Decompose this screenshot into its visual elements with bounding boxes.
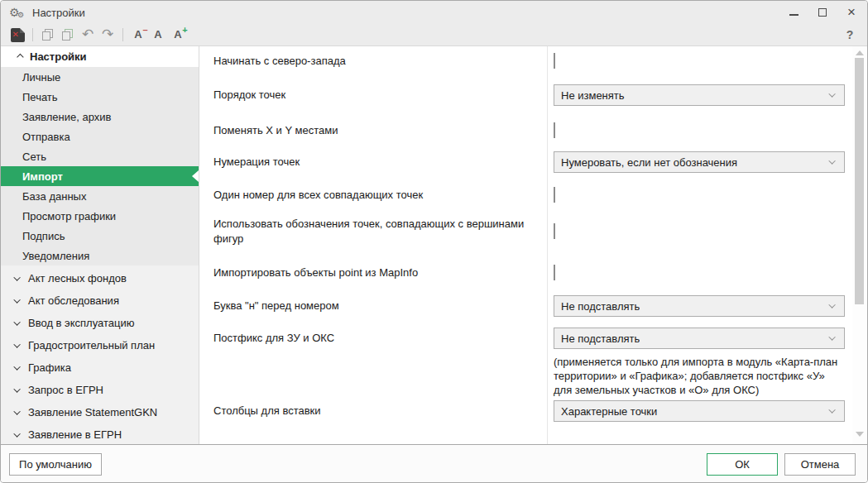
setting-control: Нумеровать, если нет обозначения: [554, 151, 845, 173]
minimize-icon: [789, 14, 798, 16]
sidebar-item[interactable]: Печать: [1, 87, 199, 107]
setting-control: Не изменять: [554, 84, 845, 106]
sidebar-root-settings[interactable]: Настройки: [1, 46, 199, 67]
toolbar: ✕ ↶ ↷ A– A A+ ?: [1, 24, 867, 46]
dropdown[interactable]: Нумеровать, если нет обозначения: [554, 151, 845, 173]
checkbox[interactable]: [554, 223, 555, 239]
close-icon: ×: [847, 7, 856, 18]
chevron-down-icon: [828, 301, 835, 308]
setting-row: Постфикс для ЗУ и ОКСНе подставлять(прим…: [199, 328, 845, 397]
sidebar-root-label: Настройки: [30, 50, 87, 63]
toolbar-separator: [32, 28, 33, 41]
setting-control: [554, 224, 845, 239]
redo-icon: ↷: [102, 26, 113, 43]
sidebar-group[interactable]: Ввод в эксплуатацию: [1, 312, 199, 334]
sidebar-item[interactable]: Уведомления: [1, 246, 199, 265]
setting-control: Не подставлять(применяется только для им…: [554, 328, 845, 397]
checkbox[interactable]: [554, 122, 555, 138]
paste-icon: [62, 29, 74, 41]
font-increase-icon: A+: [174, 29, 181, 41]
sidebar-item[interactable]: Отправка: [1, 127, 199, 146]
chevron-down-icon: [13, 296, 20, 303]
redo-button[interactable]: ↷: [98, 26, 117, 44]
sidebar-item[interactable]: Личные: [1, 67, 199, 87]
sidebar-item[interactable]: Импорт: [1, 166, 199, 186]
settings-window: ⚙⚙ Настройки × ✕ ↶ ↷ A– A: [0, 0, 868, 483]
undo-icon: ↶: [82, 26, 94, 43]
dropdown[interactable]: Не изменять: [554, 84, 845, 106]
setting-row: Нумерация точекНумеровать, если нет обоз…: [199, 151, 845, 173]
paste-button[interactable]: [58, 26, 78, 44]
sidebar-subitems: ЛичныеПечатьЗаявление, архивОтправкаСеть…: [1, 67, 199, 265]
setting-row: Один номер для всех совпадающих точек: [199, 188, 845, 203]
settings-panel: Начинать с северо-западаПорядок точекНе …: [199, 46, 867, 444]
chevron-down-icon: [828, 157, 835, 164]
dropdown[interactable]: Не подставлять: [554, 295, 845, 317]
setting-row: Использовать обозначения точек, совпадаю…: [199, 217, 845, 246]
toolbar-separator: [122, 28, 123, 41]
sidebar-group-label: Ввод в эксплуатацию: [28, 317, 134, 329]
font-increase-button[interactable]: A+: [168, 26, 188, 44]
import-file-button[interactable]: ✕: [7, 26, 27, 44]
maximize-button[interactable]: [817, 7, 828, 18]
sidebar-item[interactable]: Просмотр графики: [1, 206, 199, 226]
dropdown-value: Не подставлять: [561, 300, 640, 313]
sidebar-group[interactable]: Заявление StatementGKN: [1, 401, 199, 423]
setting-control: Характерные точки: [554, 400, 845, 422]
setting-row: Буква "н" перед номеромНе подставлять: [199, 295, 845, 317]
sidebar-item[interactable]: Подпись: [1, 226, 199, 246]
sidebar-item[interactable]: Сеть: [1, 146, 199, 166]
ok-button[interactable]: ОК: [707, 453, 778, 476]
dropdown-value: Характерные точки: [561, 405, 657, 418]
chevron-down-icon: [13, 274, 20, 280]
close-button[interactable]: ×: [846, 7, 857, 18]
checkbox[interactable]: [554, 187, 555, 203]
sidebar-item[interactable]: Заявление, архив: [1, 107, 199, 127]
sidebar-item[interactable]: База данных: [1, 186, 199, 206]
dropdown[interactable]: Характерные точки: [554, 400, 845, 422]
sidebar: Настройки ЛичныеПечатьЗаявление, архивОт…: [1, 46, 199, 444]
sidebar-group-label: Запрос в ЕГРН: [28, 384, 103, 396]
checkbox[interactable]: [554, 53, 555, 69]
default-button[interactable]: По умолчанию: [9, 453, 102, 476]
sidebar-group-label: Графика: [28, 361, 71, 374]
chevron-down-icon: [828, 90, 835, 97]
help-button[interactable]: ?: [842, 28, 857, 41]
setting-label: Импортировать объекты point из MapInfo: [199, 265, 554, 280]
cancel-button[interactable]: Отмена: [784, 453, 856, 476]
copy-button[interactable]: [38, 26, 58, 44]
minimize-button[interactable]: [788, 7, 799, 18]
setting-label: Столбцы для вставки: [199, 404, 554, 418]
sidebar-group[interactable]: Акт обследования: [1, 289, 199, 312]
font-normal-button[interactable]: A: [148, 26, 168, 44]
scroll-up-icon[interactable]: [856, 50, 864, 55]
setting-label: Начинать с северо-запада: [199, 54, 554, 69]
sidebar-group[interactable]: Акт лесных фондов: [1, 267, 199, 289]
font-normal-icon: A: [154, 29, 161, 41]
sidebar-group[interactable]: Запрос в ЕГРН: [1, 379, 199, 401]
sidebar-group[interactable]: Заявление в ЕГРН: [1, 423, 199, 444]
chevron-down-icon: [828, 406, 835, 413]
sidebar-group[interactable]: Графика: [1, 356, 199, 379]
chevron-down-icon: [13, 430, 20, 437]
sidebar-group[interactable]: Градостроительный план: [1, 334, 199, 356]
setting-control: Не подставлять: [554, 295, 845, 317]
chevron-down-icon: [828, 333, 835, 340]
font-decrease-icon: A–: [134, 29, 141, 41]
dropdown-value: Нумеровать, если нет обозначения: [561, 156, 737, 169]
chevron-down-icon: [13, 341, 20, 347]
undo-button[interactable]: ↶: [78, 26, 98, 44]
dropdown[interactable]: Не подставлять: [554, 328, 845, 349]
vertical-scrollbar[interactable]: [852, 46, 867, 444]
chevron-down-icon: [13, 385, 20, 392]
setting-row: Поменять X и Y местами: [199, 123, 845, 138]
maximize-icon: [818, 8, 827, 17]
dropdown-value: Не подставлять: [561, 332, 640, 345]
font-decrease-button[interactable]: A–: [128, 26, 148, 44]
sidebar-group-label: Акт обследования: [28, 294, 119, 307]
settings-gears-icon: ⚙⚙: [9, 4, 27, 21]
scrollbar-thumb[interactable]: [855, 58, 864, 304]
checkbox[interactable]: [554, 265, 555, 280]
scroll-down-icon[interactable]: [856, 432, 864, 437]
setting-row: Начинать с северо-запада: [199, 54, 845, 69]
